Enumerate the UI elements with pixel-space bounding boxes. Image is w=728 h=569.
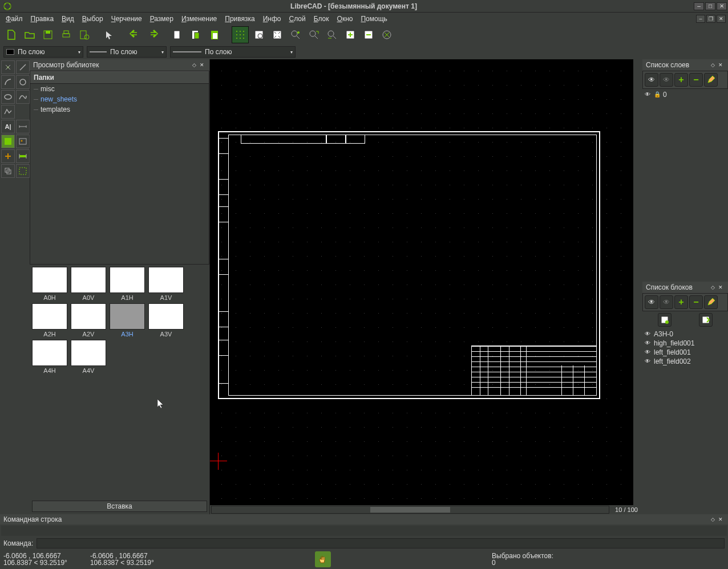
folder-item-new-sheets[interactable]: new_sheets <box>30 94 209 104</box>
paste-icon[interactable] <box>207 27 223 43</box>
undo-icon[interactable] <box>127 27 143 43</box>
menu-dimension[interactable]: Размер <box>147 14 177 24</box>
redo-icon[interactable] <box>145 27 161 43</box>
mdi-minimize-button[interactable]: – <box>696 15 705 23</box>
thumb-a1v[interactable]: A1V <box>148 267 184 301</box>
open-file-icon[interactable] <box>22 27 38 43</box>
close-panel-icon[interactable]: ✕ <box>717 515 725 523</box>
undock-icon[interactable]: ◇ <box>709 283 717 291</box>
menu-file[interactable]: Файл <box>2 14 26 24</box>
zoom-pan-icon[interactable] <box>324 27 340 43</box>
block-item[interactable]: 👁high_field001 <box>644 339 727 348</box>
tool-dimension[interactable] <box>16 120 30 133</box>
thumb-a1h[interactable]: A1H <box>110 267 145 301</box>
folder-item-templates[interactable]: templates <box>30 104 209 115</box>
tool-block[interactable] <box>1 164 15 178</box>
block-item[interactable]: 👁left_field001 <box>644 348 727 357</box>
mdi-close-button[interactable]: ✕ <box>717 15 726 23</box>
command-input[interactable] <box>37 538 725 548</box>
layer-edit-icon[interactable] <box>704 73 718 87</box>
block-remove-icon[interactable]: − <box>689 295 703 309</box>
layer-remove-icon[interactable]: − <box>689 73 703 87</box>
menu-layer[interactable]: Слой <box>286 14 309 24</box>
menu-modify[interactable]: Изменение <box>178 14 220 24</box>
tool-arc[interactable] <box>1 75 15 89</box>
zoom-previous-icon[interactable] <box>288 27 304 43</box>
menu-edit[interactable]: Правка <box>27 14 58 24</box>
zoom-in-icon[interactable] <box>342 27 358 43</box>
layer-add-icon[interactable]: + <box>674 73 688 87</box>
drawing-area[interactable]: 10 / 100 <box>210 59 642 514</box>
block-create-icon[interactable] <box>699 313 713 327</box>
folder-item-misc[interactable]: misc <box>30 84 209 94</box>
insert-button[interactable]: Вставка <box>32 501 207 512</box>
tool-line[interactable] <box>16 60 30 74</box>
new-file-icon[interactable] <box>3 27 19 43</box>
tool-select[interactable] <box>16 164 30 178</box>
zoom-auto-icon[interactable] <box>269 27 285 43</box>
tool-spline[interactable] <box>16 90 30 104</box>
block-insert-icon[interactable] <box>658 313 672 327</box>
mdi-restore-button[interactable]: ❐ <box>706 15 715 23</box>
layer-hide-all-icon[interactable]: 👁 <box>660 73 673 87</box>
undock-icon[interactable]: ◇ <box>190 61 198 69</box>
menu-window[interactable]: Окно <box>334 14 357 24</box>
block-hide-all-icon[interactable]: 👁 <box>660 295 673 309</box>
linetype-combo[interactable]: По слою ▾ <box>170 46 296 58</box>
tool-point[interactable] <box>1 60 15 74</box>
tool-text[interactable]: A| <box>1 120 15 133</box>
cut-icon[interactable] <box>170 27 186 43</box>
thumb-a2v[interactable]: A2V <box>71 303 106 338</box>
thumb-a2h[interactable]: A2H <box>32 303 67 338</box>
thumb-a3h[interactable]: A3H <box>110 303 145 338</box>
menu-select[interactable]: Выбор <box>79 14 107 24</box>
tool-info[interactable] <box>16 149 30 163</box>
zoom-window-icon[interactable] <box>306 27 322 43</box>
pointer-icon[interactable] <box>102 27 118 43</box>
close-button[interactable]: ✕ <box>717 2 727 10</box>
menu-view[interactable]: Вид <box>58 14 78 24</box>
tool-polyline[interactable] <box>1 105 15 119</box>
hand-cursor-icon[interactable] <box>315 551 331 567</box>
thumb-a0h[interactable]: A0H <box>32 267 67 301</box>
linewidth-combo[interactable]: По слою ▾ <box>87 46 167 58</box>
layer-show-all-icon[interactable]: 👁 <box>645 73 658 87</box>
menu-info[interactable]: Инфо <box>260 14 285 24</box>
thumb-a0v[interactable]: A0V <box>71 267 106 301</box>
tool-circle[interactable] <box>16 75 30 89</box>
thumb-a4v[interactable]: A4V <box>71 340 106 374</box>
block-item[interactable]: 👁A3H-0 <box>644 330 727 339</box>
undock-icon[interactable]: ◇ <box>709 515 717 523</box>
menu-block[interactable]: Блок <box>310 14 333 24</box>
copy-icon[interactable] <box>188 27 204 43</box>
block-edit-icon[interactable] <box>704 295 718 309</box>
menu-draw[interactable]: Черчение <box>108 14 145 24</box>
block-add-icon[interactable]: + <box>674 295 688 309</box>
minimize-button[interactable]: – <box>694 2 704 10</box>
vertical-scrollbar[interactable] <box>633 59 642 505</box>
thumb-a4h[interactable]: A4H <box>32 340 67 374</box>
maximize-button[interactable]: □ <box>705 2 715 10</box>
close-panel-icon[interactable]: ✕ <box>717 283 725 291</box>
zoom-extent-icon[interactable] <box>379 27 395 43</box>
tool-hatch[interactable] <box>1 135 15 148</box>
close-panel-icon[interactable]: ✕ <box>717 61 725 69</box>
tool-image[interactable] <box>16 135 30 148</box>
tool-modify[interactable] <box>1 149 15 163</box>
print-preview-icon[interactable] <box>76 27 92 43</box>
menu-snap[interactable]: Привязка <box>221 14 258 24</box>
zoom-redraw-icon[interactable] <box>251 27 267 43</box>
menu-help[interactable]: Помощь <box>357 14 390 24</box>
block-show-all-icon[interactable]: 👁 <box>645 295 658 309</box>
layer-item-0[interactable]: 👁 🔒 0 <box>644 90 727 99</box>
undock-icon[interactable]: ◇ <box>709 61 717 69</box>
tool-ellipse[interactable] <box>1 90 15 104</box>
horizontal-scrollbar[interactable] <box>211 506 609 514</box>
print-icon[interactable] <box>58 27 74 43</box>
grid-toggle-icon[interactable] <box>232 26 249 43</box>
close-panel-icon[interactable]: ✕ <box>198 61 206 69</box>
zoom-out-icon[interactable] <box>361 27 377 43</box>
color-combo[interactable]: По слою ▾ <box>3 46 83 58</box>
save-file-icon[interactable] <box>40 27 56 43</box>
block-item[interactable]: 👁left_field002 <box>644 357 727 366</box>
